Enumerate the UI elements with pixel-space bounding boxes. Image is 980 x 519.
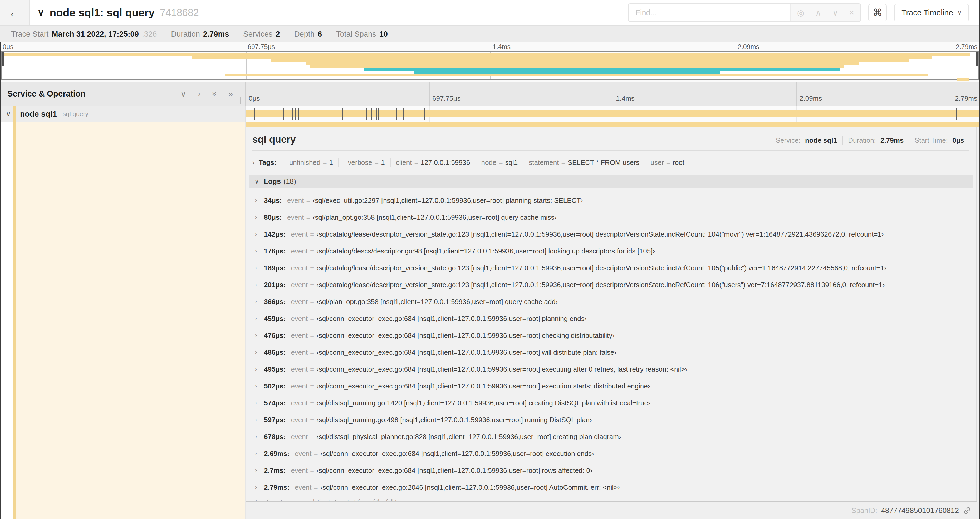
span-row-name-column: ∨ node sql1 sql query: [0, 106, 245, 122]
chevron-right-icon[interactable]: ›: [255, 399, 264, 406]
collapse-controls: ∨ › » »: [180, 89, 245, 99]
log-field: event: [291, 382, 308, 390]
log-row[interactable]: › 80μs: event = ‹sql/plan_opt.go:358 [ns…: [252, 209, 969, 226]
chevron-right-icon[interactable]: ›: [255, 484, 264, 491]
log-row[interactable]: › 2.69ms: event = ‹sql/conn_executor_exe…: [252, 445, 969, 462]
tag-key: client: [396, 158, 412, 167]
log-row[interactable]: › 2.79ms: event = ‹sql/conn_executor_exe…: [252, 479, 969, 496]
log-value: ‹sql/conn_executor_exec.go:2046 [nsql1,c…: [320, 484, 620, 492]
back-button[interactable]: ←: [0, 0, 30, 25]
chevron-right-icon[interactable]: ›: [255, 417, 264, 423]
tag-key: statement: [529, 158, 559, 167]
meta-value: node sql1: [805, 136, 837, 144]
log-field: event: [291, 466, 308, 475]
log-equals: =: [306, 213, 310, 222]
chevron-right-icon[interactable]: ›: [255, 332, 264, 339]
link-icon[interactable]: [963, 506, 972, 515]
log-row[interactable]: › 176μs: event = ‹sql/catalog/descs/desc…: [252, 243, 969, 260]
minimap-canvas[interactable]: [1, 51, 979, 80]
log-row[interactable]: › 201μs: event = ‹sql/catalog/lease/desc…: [252, 276, 969, 293]
collapse-one-icon[interactable]: ∨: [180, 89, 186, 99]
log-row[interactable]: › 366μs: event = ‹sql/plan_opt.go:358 [n…: [252, 293, 969, 310]
prev-result-icon[interactable]: ∧: [815, 8, 821, 18]
log-timestamp: 2.79ms:: [264, 484, 290, 492]
log-equals: =: [310, 433, 314, 441]
locate-icon[interactable]: ◎: [797, 8, 804, 18]
keyboard-shortcuts-button[interactable]: ⌘: [868, 4, 887, 21]
log-equals: =: [310, 416, 314, 424]
log-equals: =: [310, 264, 314, 272]
log-row[interactable]: › 597μs: event = ‹sql/distsql_running.go…: [252, 411, 969, 428]
chevron-right-icon[interactable]: ›: [255, 265, 264, 271]
log-row[interactable]: › 574μs: event = ‹sql/distsql_running.go…: [252, 394, 969, 411]
log-row[interactable]: › 142μs: event = ‹sql/catalog/lease/desc…: [252, 226, 969, 243]
log-row[interactable]: › 189μs: event = ‹sql/catalog/lease/desc…: [252, 260, 969, 276]
log-timestamp: 476μs:: [264, 332, 286, 340]
span-row[interactable]: ∨ node sql1 sql query: [0, 106, 980, 122]
collapse-all-icon[interactable]: »: [210, 91, 219, 96]
chevron-right-icon[interactable]: ›: [255, 383, 264, 390]
find-input[interactable]: [628, 4, 790, 21]
find-buttons: ◎ ∧ ∨ ×: [790, 4, 861, 21]
chevron-right-icon[interactable]: ›: [255, 197, 264, 204]
chevron-right-icon[interactable]: ›: [255, 281, 264, 288]
log-row[interactable]: › 495μs: event = ‹sql/conn_executor_exec…: [252, 361, 969, 378]
meta-value: 2.79ms: [880, 136, 904, 144]
expand-one-icon[interactable]: ›: [198, 89, 200, 99]
minimap-span: [364, 68, 840, 71]
chevron-right-icon[interactable]: ›: [252, 159, 255, 166]
chevron-right-icon[interactable]: ›: [255, 231, 264, 238]
chevron-right-icon[interactable]: ›: [255, 315, 264, 322]
log-field: event: [291, 416, 308, 424]
log-timestamp: 574μs:: [264, 399, 286, 407]
jaeger-trace-timeline-page: ← ∨ node sql1: sql query 7418682 ◎ ∧ ∨ ×…: [0, 0, 980, 519]
minimap-left-handle[interactable]: [2, 52, 5, 66]
logs-section-header[interactable]: ∨ Logs (18): [249, 174, 973, 188]
log-row[interactable]: › 486μs: event = ‹sql/conn_executor_exec…: [252, 344, 969, 361]
tags-row[interactable]: › Tags: _unfinished = 1 _verbose = 1 cli…: [252, 156, 969, 169]
log-row[interactable]: › 34μs: event = ‹sql/exec_util.go:2297 […: [252, 192, 969, 209]
axis-tick-label: 2.79ms: [955, 94, 977, 102]
chevron-right-icon[interactable]: ›: [255, 467, 264, 474]
summary-total-spans: Total Spans 10: [329, 30, 395, 38]
summary-label: Total Spans: [336, 30, 376, 38]
summary-label: Services: [243, 30, 272, 38]
log-row[interactable]: › 678μs: event = ‹sql/distsql_physical_p…: [252, 428, 969, 445]
chevron-right-icon[interactable]: ›: [255, 298, 264, 305]
chevron-right-icon[interactable]: ›: [255, 450, 264, 457]
chevron-right-icon[interactable]: ›: [255, 214, 264, 221]
next-result-icon[interactable]: ∨: [832, 8, 838, 18]
log-field: event: [291, 264, 308, 272]
span-duration-bar[interactable]: [245, 110, 980, 117]
service-color-strip: [13, 106, 16, 122]
tag-value: sql1: [505, 158, 518, 167]
chevron-right-icon[interactable]: ›: [255, 433, 264, 440]
log-marker: [299, 108, 299, 120]
log-field: event: [291, 247, 308, 255]
chevron-right-icon[interactable]: ›: [255, 366, 264, 373]
minimap-right-handle[interactable]: [975, 52, 978, 66]
column-resize-grip[interactable]: [240, 96, 243, 104]
log-row[interactable]: › 2.7ms: event = ‹sql/conn_executor_exec…: [252, 462, 969, 479]
axis-tick-label: 0μs: [3, 43, 13, 51]
view-selector-button[interactable]: Trace Timeline ∨: [894, 4, 969, 21]
log-value: ‹sql/conn_executor_exec.go:684 [nsql1,cl…: [317, 315, 587, 323]
span-row-timeline[interactable]: [245, 106, 980, 122]
collapse-span-icon[interactable]: ∨: [6, 110, 11, 118]
log-field: event: [291, 230, 308, 238]
clear-search-icon[interactable]: ×: [850, 8, 854, 18]
detail-panel: sql query Service: node sql1 Duration: 2…: [245, 122, 980, 519]
chevron-down-icon[interactable]: ∨: [37, 7, 44, 18]
log-row[interactable]: › 502μs: event = ‹sql/conn_executor_exec…: [252, 378, 969, 394]
log-row[interactable]: › 476μs: event = ‹sql/conn_executor_exec…: [252, 327, 969, 344]
log-row[interactable]: › 459μs: event = ‹sql/conn_executor_exec…: [252, 310, 969, 327]
log-timestamp: 189μs:: [264, 264, 286, 272]
log-timestamps-note: Log timestamps are relative to the start…: [256, 498, 969, 501]
chevron-right-icon[interactable]: ›: [255, 248, 264, 254]
detail-operation-title: sql query: [252, 134, 296, 145]
chevron-right-icon[interactable]: ›: [255, 349, 264, 356]
log-value: ‹sql/catalog/lease/descriptor_version_st…: [317, 281, 885, 289]
expand-all-icon[interactable]: »: [228, 89, 233, 99]
service-operation-title: Service & Operation: [7, 89, 85, 99]
meta-label: Duration:: [848, 136, 876, 144]
